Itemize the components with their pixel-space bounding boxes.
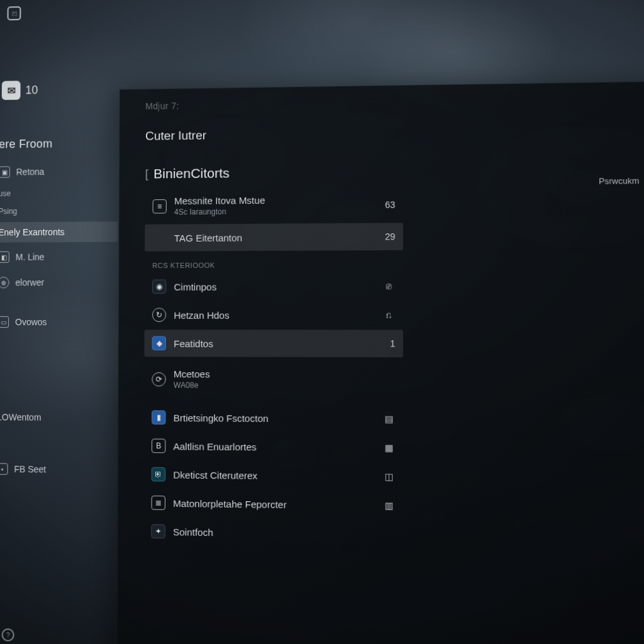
list-item[interactable]: ✦ Sointfoch [143, 518, 403, 548]
folder-icon: ▣ [0, 166, 10, 177]
panel-title: Cuter Iutrer [145, 123, 644, 143]
bracket-icon: [ [145, 167, 148, 180]
book-icon: B [152, 439, 165, 453]
notification-badge[interactable]: ✉ 10 [2, 80, 38, 100]
sidebar-item-5[interactable]: ⊕ elorwer [0, 271, 118, 293]
list-item-label: Matonlorpletahe Feporcter [173, 497, 374, 511]
notification-count: 10 [25, 83, 38, 96]
list-item-label: Brtietsingko Fsctocton [174, 412, 374, 425]
app-icon: ▮ [152, 410, 165, 425]
cube-icon: ◧ [0, 252, 9, 263]
sidebar-item-label: M. Line [16, 252, 45, 262]
sidebar-item-label: Ovowos [15, 317, 47, 327]
list-item-label: Hetzan Hdos [174, 309, 374, 321]
tag-icon: ◆ [152, 336, 166, 351]
list-item-label: Mcetoes WA08e [174, 369, 396, 391]
sidebar: ere Froom ▣ Retona use Psing Enely Exant… [0, 134, 118, 481]
list-item-label: Aaltlisn Enuarlortes [174, 440, 375, 453]
list-item-label: Dketicst Citeruterex [173, 469, 374, 482]
sidebar-item-6[interactable]: ▭ Ovowos [0, 311, 117, 333]
shield-icon: ⛨ [152, 467, 165, 482]
sidebar-item-label: Psing [0, 207, 17, 216]
report-icon: ≣ [152, 496, 165, 510]
list-item[interactable]: ◉ Cimtinpos ⎚ [145, 272, 403, 300]
card-icon: ◫ [382, 470, 396, 483]
content-list: ≡ Messnite Itova Mstue 4Sc Iaraungton 63… [143, 187, 403, 548]
panel-action-label: Psrwcukm [599, 176, 639, 186]
lock-icon[interactable]: ⏍ [8, 6, 21, 20]
list-item-label: Sointfoch [173, 526, 396, 540]
sync-icon: ↻ [152, 308, 166, 322]
sidebar-item-label: elorwer [15, 277, 44, 287]
grid-icon: ▦ [382, 441, 396, 454]
list-item[interactable]: ≡ Messnite Itova Mstue 4Sc Iaraungton 63 [145, 187, 402, 223]
breadcrumb: Mdjur 7: [145, 94, 644, 111]
globe-icon: ⊕ [0, 277, 9, 288]
sidebar-item-1[interactable]: use [0, 186, 118, 201]
list-item-value: 1 [372, 338, 396, 349]
list-item[interactable]: B Aaltlisn Enuarlortes ▦ [144, 432, 403, 462]
sidebar-item-label: use [0, 189, 11, 198]
list-item[interactable]: ↻ Hetzan Hdos ⎌ [145, 301, 403, 329]
camera-icon: ◉ [152, 279, 166, 294]
flame-icon: ✦ [151, 524, 165, 538]
list-item[interactable]: ◆ Featidtos 1 [144, 330, 403, 357]
group-label: RCS Kterioook [145, 252, 403, 272]
sidebar-item-label: FB Seet [14, 464, 46, 475]
lock-glyph: ⏍ [12, 9, 16, 18]
list-item[interactable]: ▮ Brtietsingko Fsctocton ▤ [144, 404, 403, 433]
sidebar-item-8[interactable]: ▪ FB Seet [0, 458, 116, 481]
sidebar-item-0[interactable]: ▣ Retona [0, 160, 118, 183]
sidebar-item-7[interactable]: LOWentom [0, 407, 117, 428]
sidebar-item-2[interactable]: Psing [0, 204, 118, 219]
help-icon[interactable]: ? [2, 628, 14, 641]
refresh-icon: ⟳ [152, 372, 165, 386]
stack-icon: ▥ [382, 499, 396, 512]
panel-action[interactable]: Psrwcukm [599, 175, 644, 186]
tag-icon: ▪ [0, 463, 8, 475]
section-title-text: BinienCitorts [153, 165, 230, 182]
sidebar-heading: ere Froom [0, 134, 118, 158]
sidebar-item-label: LOWentom [0, 412, 42, 423]
list-item-label: Messnite Itova Mstue 4Sc Iaraungton [174, 194, 364, 216]
sidebar-item-label: Enely Exantronts [0, 227, 65, 238]
window-icon: ▤ [382, 412, 396, 425]
sidebar-item-3[interactable]: Enely Exantronts [0, 221, 118, 243]
list-item-value: 63 [372, 199, 395, 210]
spacer-icon [152, 231, 166, 245]
list-item-value: 29 [372, 231, 395, 242]
section-title: [ BinienCitorts [145, 161, 644, 182]
list-item[interactable]: ⟳ Mcetoes WA08e [144, 362, 403, 397]
sidebar-item-label: Retona [16, 167, 45, 177]
doc-icon: ▭ [0, 316, 9, 328]
list-item[interactable]: ⛨ Dketicst Citeruterex ◫ [144, 460, 404, 491]
main-panel: Mdjur 7: Cuter Iutrer [ BinienCitorts Ps… [117, 81, 644, 644]
monitor-icon: ⎚ [382, 280, 396, 293]
sidebar-item-4[interactable]: ◧ M. Line [0, 246, 118, 268]
list-item-label: TAG Eitertanton [174, 231, 364, 243]
list-item[interactable]: TAG Eitertanton 29 [145, 223, 403, 251]
list-item-label: Cimtinpos [174, 280, 374, 292]
mail-icon: ✉ [2, 80, 21, 100]
list-item[interactable]: ≣ Matonlorpletahe Feporcter ▥ [143, 489, 403, 519]
link-icon: ⎌ [382, 308, 396, 321]
box-icon: ≡ [153, 199, 167, 213]
list-item-label: Featidtos [174, 338, 364, 349]
